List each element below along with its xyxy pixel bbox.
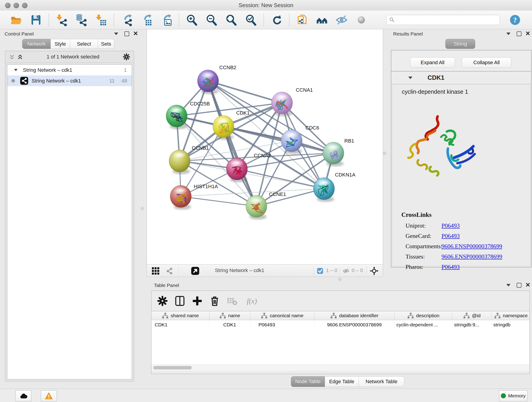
render-preview-icon[interactable] (355, 14, 367, 26)
pan-crosshair-icon[interactable] (370, 266, 379, 275)
function-builder-disabled: f(x) (247, 297, 257, 305)
search-field[interactable] (386, 15, 500, 25)
memory-button[interactable]: Memory (499, 390, 527, 401)
crosslink-value-link[interactable]: P06493 (442, 222, 460, 229)
zoom-in-icon[interactable] (186, 14, 198, 26)
expand-all-button[interactable]: Expand All (410, 57, 455, 68)
network-canvas[interactable]: CCNB2CCNA1CDC25BCDK1CDC6RB1CCNB1CCNA2CDK… (147, 29, 383, 264)
open-session-icon[interactable] (10, 14, 22, 26)
tab-edge-table[interactable]: Edge Table (325, 376, 359, 387)
share-view-icon[interactable] (165, 267, 173, 275)
right-splitter-handle[interactable] (383, 152, 386, 155)
selected-checkbox-icon[interactable] (317, 268, 323, 274)
tab-string[interactable]: String (445, 39, 475, 49)
column-header-canonical-name[interactable]: canonical name (250, 311, 314, 320)
import-table-from-file-icon[interactable] (95, 14, 107, 26)
export-network-icon[interactable] (120, 14, 133, 26)
network-edge[interactable] (181, 196, 256, 206)
zoom-out-icon[interactable] (205, 14, 218, 26)
column-header-database-identifier[interactable]: database identifier (314, 311, 394, 320)
network-node-HIST1H1A[interactable]: HIST1H1A (170, 184, 218, 210)
warning-status-button[interactable] (41, 390, 57, 401)
crosslink-value-link[interactable]: P06493 (442, 264, 460, 270)
import-network-from-database-icon[interactable] (75, 14, 88, 26)
show-columns-icon[interactable] (174, 295, 186, 307)
control-panel: Control Panel ✕ NetworkStyleSelectSets 1… (2, 29, 136, 385)
gene-collapse-icon[interactable] (408, 77, 412, 79)
table-panel-menu-icon[interactable] (506, 284, 510, 287)
crosslink-value-link[interactable]: 9606.ENSP00000378699 (442, 253, 502, 260)
search-input[interactable] (395, 17, 500, 23)
table-panel-close-icon[interactable]: ✕ (525, 283, 530, 287)
tab-node-table[interactable]: Node Table (291, 376, 325, 387)
column-header-name[interactable]: name (209, 311, 250, 320)
tab-sets[interactable]: Sets (98, 39, 114, 49)
table-options-gear-icon[interactable] (157, 295, 168, 307)
import-network-from-file-icon[interactable] (56, 14, 68, 26)
tab-network-table[interactable]: Network Table (359, 376, 404, 387)
column-header-namespace[interactable]: namespace (491, 311, 530, 320)
table-cell[interactable]: stringdb:9... (452, 320, 491, 329)
houses-icon[interactable] (316, 14, 328, 26)
help-icon[interactable]: ? (509, 14, 521, 26)
export-image-icon[interactable] (160, 14, 172, 26)
table-cell[interactable]: stringdb (491, 320, 530, 329)
column-header-shared-name[interactable]: shared name (152, 311, 209, 320)
crosslink-label: Uniprot: (405, 222, 426, 229)
control-panel-menu-icon[interactable] (114, 32, 118, 35)
tab-select[interactable]: Select (70, 39, 98, 49)
table-row[interactable]: CDK1CDK1P064939606.ENSP00000378699cyclin… (152, 320, 530, 329)
network-node-CCNA1[interactable]: CCNA1 (272, 87, 313, 116)
network-view-title: String Network – cdk1 (215, 268, 264, 274)
results-panel-menu-icon[interactable] (506, 32, 510, 35)
table-horizontal-scrollbar[interactable] (152, 365, 530, 371)
delete-column-icon[interactable] (209, 295, 221, 307)
zoom-fit-content-icon[interactable] (225, 14, 237, 26)
table-cell[interactable]: 9606.ENSP00000378699 (314, 320, 394, 329)
table-cell[interactable]: cyclin-dependent ... (394, 320, 452, 329)
cloud-status-button[interactable] (15, 390, 32, 401)
table-panel-float-icon[interactable] (517, 283, 521, 288)
network-options-gear-icon[interactable] (122, 53, 131, 61)
crosslink-value-link[interactable]: P06493 (442, 233, 460, 240)
network-row-selected[interactable]: String Network – cdk1 11 48 (7, 75, 132, 86)
scrollbar-thumb[interactable] (153, 366, 192, 370)
node-table[interactable]: shared namenamecanonical namedatabase id… (152, 311, 530, 365)
gene-section-header[interactable]: CDK1 (391, 71, 531, 84)
zoom-selected-region-icon[interactable] (245, 14, 257, 26)
collapse-all-button[interactable]: Collapse All (462, 57, 511, 68)
hide-graphics-details-icon[interactable] (336, 14, 348, 26)
column-header-description[interactable]: description (394, 311, 452, 320)
control-panel-close-icon[interactable]: ✕ (133, 32, 138, 36)
control-panel-float-icon[interactable] (124, 32, 129, 36)
network-node-CDC6[interactable]: CDC6 (281, 125, 319, 154)
add-column-icon[interactable] (191, 295, 203, 307)
grid-view-icon[interactable] (152, 267, 159, 274)
table-cell[interactable]: CDK1 (209, 320, 250, 329)
refresh-view-icon[interactable] (270, 14, 283, 26)
column-header-@id[interactable]: @id (452, 311, 491, 320)
crosslink-value-link[interactable]: 9606.ENSP00000378699 (442, 243, 502, 250)
tab-network[interactable]: Network (22, 39, 51, 49)
bottom-splitter-handle[interactable] (338, 278, 341, 281)
save-session-icon[interactable] (30, 14, 42, 26)
left-splitter-handle[interactable] (141, 207, 144, 210)
collapse-all-icon[interactable] (8, 53, 15, 60)
tab-style[interactable]: Style (51, 39, 70, 49)
expand-all-icon[interactable] (17, 53, 24, 60)
export-table-icon[interactable] (140, 14, 152, 26)
collection-expand-icon[interactable] (14, 69, 17, 71)
duplicate-network-icon[interactable] (296, 14, 308, 26)
network-node-RB1[interactable]: RB1 (323, 138, 354, 166)
birds-eye-view-icon[interactable] (191, 267, 200, 275)
crosslinks-list: Uniprot:P06493GeneCard:P06493Compartment… (392, 221, 530, 273)
hidden-eye-icon[interactable] (342, 267, 350, 274)
results-panel-float-icon[interactable] (517, 32, 521, 36)
network-collection-row[interactable]: String Network – cdk1 1 (7, 65, 132, 75)
network-edge[interactable] (208, 81, 282, 103)
network-node-CDKN1A[interactable]: CDKN1A (313, 172, 355, 202)
table-cell[interactable]: P06493 (250, 320, 314, 329)
table-cell[interactable]: CDK1 (152, 320, 209, 329)
network-edge[interactable] (237, 169, 324, 189)
results-panel-close-icon[interactable]: ✕ (525, 32, 530, 36)
